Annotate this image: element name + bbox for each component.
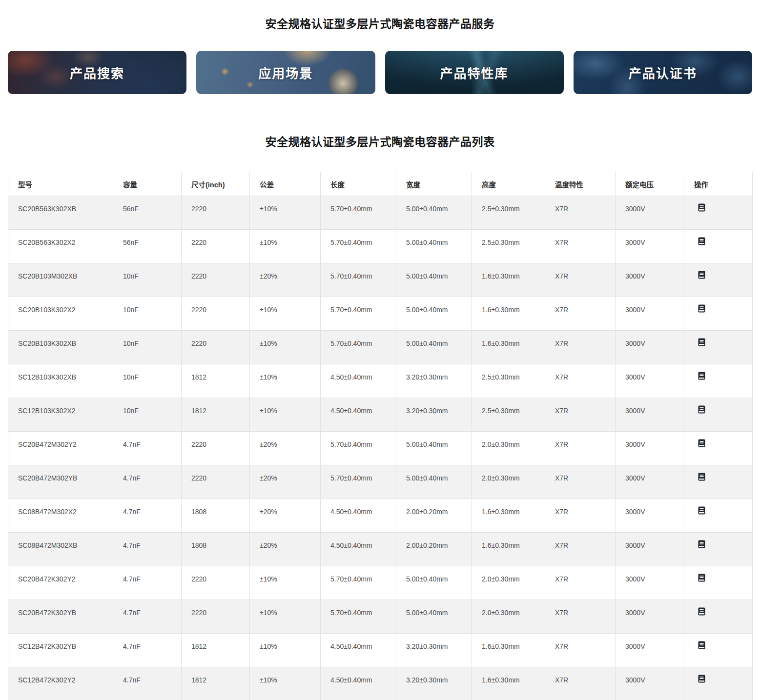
book-icon — [697, 270, 706, 280]
cell-height: 2.0±0.30mm — [472, 432, 545, 465]
column-header-capacity: 容量 — [113, 172, 182, 196]
cell-tolerance: ±10% — [250, 230, 321, 263]
view-datasheet-button[interactable] — [697, 270, 706, 280]
cell-size-inch: 2220 — [182, 230, 250, 263]
cell-length: 5.70±0.40mm — [321, 465, 396, 499]
view-datasheet-button[interactable] — [697, 540, 706, 549]
cell-size-inch: 2220 — [182, 196, 250, 230]
cell-width: 5.00±0.40mm — [396, 331, 472, 364]
book-icon — [697, 472, 706, 481]
cell-length: 4.50±0.40mm — [321, 499, 396, 533]
cell-model: SC12B472K302Y2 — [8, 667, 113, 700]
cell-tolerance: ±10% — [250, 566, 321, 600]
cell-width: 3.20±0.30mm — [396, 398, 472, 432]
cell-size-inch: 2220 — [182, 566, 250, 600]
nav-card-product-certificates[interactable]: 产品认证书 — [574, 51, 752, 94]
view-datasheet-button[interactable] — [697, 472, 706, 481]
cell-length: 4.50±0.40mm — [321, 398, 396, 432]
table-row: SC20B103K302X2 10nF 2220 ±10% 5.70±0.40m… — [8, 297, 753, 331]
product-list-title: 安全规格认证型多层片式陶瓷电容器产品列表 — [8, 94, 752, 149]
cell-height: 2.5±0.30mm — [472, 364, 545, 398]
cell-capacity: 10nF — [113, 297, 182, 331]
book-icon — [697, 439, 706, 448]
table-row: SC20B563K302X2 56nF 2220 ±10% 5.70±0.40m… — [8, 230, 753, 263]
nav-card-product-feature-library[interactable]: 产品特性库 — [385, 51, 564, 94]
cell-length: 4.50±0.40mm — [321, 364, 396, 398]
view-datasheet-button[interactable] — [697, 573, 706, 582]
product-table: 型号 容量 尺寸(inch) 公差 长度 宽度 高度 温度特性 额定电压 操作 … — [8, 172, 753, 700]
cell-temperature-characteristic: X7R — [545, 263, 616, 297]
cell-capacity: 10nF — [113, 331, 182, 364]
table-row: SC12B103K302X2 10nF 1812 ±10% 4.50±0.40m… — [8, 398, 753, 432]
view-datasheet-button[interactable] — [697, 674, 706, 683]
book-icon — [697, 640, 706, 650]
nav-card-application-scenarios[interactable]: 应用场景 — [196, 51, 375, 94]
cell-action — [684, 398, 753, 432]
column-header-length: 长度 — [321, 172, 396, 196]
cell-rated-voltage: 3000V — [616, 297, 684, 331]
view-datasheet-button[interactable] — [697, 371, 706, 380]
view-datasheet-button[interactable] — [697, 439, 706, 448]
cell-length: 5.70±0.40mm — [321, 432, 396, 465]
cell-capacity: 4.7nF — [113, 600, 182, 634]
cell-size-inch: 1808 — [182, 499, 250, 533]
cell-rated-voltage: 3000V — [616, 634, 684, 667]
cell-temperature-characteristic: X7R — [545, 364, 616, 398]
cell-length: 5.70±0.40mm — [321, 331, 396, 364]
cell-action — [684, 600, 753, 634]
cell-temperature-characteristic: X7R — [545, 398, 616, 432]
cell-action — [684, 533, 753, 566]
view-datasheet-button[interactable] — [697, 405, 706, 414]
cell-tolerance: ±10% — [250, 634, 321, 667]
cell-width: 3.20±0.30mm — [396, 634, 472, 667]
cell-action — [684, 263, 753, 297]
cell-model: SC20B563K302XB — [8, 196, 113, 230]
view-datasheet-button[interactable] — [697, 506, 706, 515]
view-datasheet-button[interactable] — [697, 640, 706, 650]
cell-tolerance: ±10% — [250, 331, 321, 364]
view-datasheet-button[interactable] — [697, 304, 706, 313]
cell-model: SC12B103K302X2 — [8, 398, 113, 432]
cell-model: SC20B472M302Y2 — [8, 432, 113, 465]
book-icon — [697, 405, 706, 414]
book-icon — [697, 338, 706, 347]
cell-action — [684, 465, 753, 499]
cell-temperature-characteristic: X7R — [545, 566, 616, 600]
cell-size-inch: 2220 — [182, 331, 250, 364]
page-container: 安全规格认证型多层片式陶瓷电容器产品服务 产品搜索 应用场景 产品特性库 产品认… — [0, 0, 760, 700]
cell-capacity: 10nF — [113, 364, 182, 398]
cell-model: SC20B103M302XB — [8, 263, 113, 297]
nav-card-product-feature-library-label: 产品特性库 — [440, 63, 509, 81]
cell-action — [684, 634, 753, 667]
book-icon — [697, 371, 706, 380]
view-datasheet-button[interactable] — [697, 203, 706, 212]
book-icon — [697, 506, 706, 515]
view-datasheet-button[interactable] — [697, 607, 706, 616]
column-header-tolerance: 公差 — [250, 172, 321, 196]
view-datasheet-button[interactable] — [697, 237, 706, 246]
cell-tolerance: ±20% — [250, 465, 321, 499]
cell-capacity: 4.7nF — [113, 499, 182, 533]
cell-rated-voltage: 3000V — [616, 196, 684, 230]
cell-action — [684, 566, 753, 600]
book-icon — [697, 674, 706, 683]
nav-cards: 产品搜索 应用场景 产品特性库 产品认证书 — [8, 51, 752, 94]
table-row: SC20B472K302YB 4.7nF 2220 ±10% 5.70±0.40… — [8, 600, 753, 634]
cell-length: 4.50±0.40mm — [321, 533, 396, 566]
column-header-rated-voltage: 额定电压 — [616, 172, 684, 196]
cell-tolerance: ±10% — [250, 196, 321, 230]
cell-tolerance: ±20% — [250, 263, 321, 297]
nav-card-product-search[interactable]: 产品搜索 — [8, 51, 186, 94]
book-icon — [697, 203, 706, 212]
cell-model: SC20B103K302XB — [8, 331, 113, 364]
cell-height: 1.6±0.30mm — [472, 499, 545, 533]
cell-temperature-characteristic: X7R — [545, 667, 616, 700]
view-datasheet-button[interactable] — [697, 338, 706, 347]
cell-height: 2.5±0.30mm — [472, 398, 545, 432]
cell-width: 3.20±0.30mm — [396, 667, 472, 700]
cell-width: 5.00±0.40mm — [396, 230, 472, 263]
table-row: SC20B103K302XB 10nF 2220 ±10% 5.70±0.40m… — [8, 331, 753, 364]
cell-action — [684, 297, 753, 331]
book-icon — [697, 607, 706, 616]
cell-action — [684, 196, 753, 230]
